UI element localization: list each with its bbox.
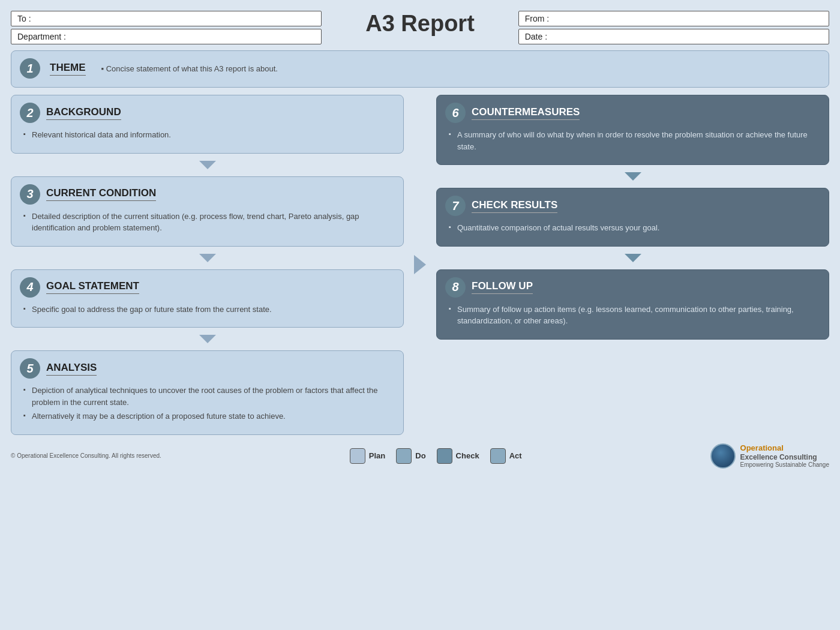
center-arrow-shape [414,255,426,274]
pdca-do: Do [396,448,425,464]
goal-statement-title: GOAL STATEMENT [46,280,139,294]
follow-up-bullets: Summary of follow up action items (e.g. … [445,304,820,327]
department-field[interactable]: Department : [11,29,322,44]
pdca-act: Act [490,448,522,464]
header: To : Department : A3 Report From : Date … [11,11,829,44]
plan-box [350,448,365,464]
countermeasures-bullet-1: A summary of who will do what by when in… [449,129,820,152]
logo-globe-icon [710,443,736,469]
goal-statement-header: 4 GOAL STATEMENT [20,277,395,298]
arrow-2 [11,253,404,263]
center-arrow [411,255,429,274]
goal-statement-section: 4 GOAL STATEMENT Specific goal to addres… [11,269,404,328]
date-label: Date : [525,32,547,41]
do-label: Do [415,451,425,460]
check-results-title: CHECK RESULTS [472,199,557,213]
current-condition-header: 3 CURRENT CONDITION [20,184,395,205]
theme-section: 1 THEME ▪ Concise statement of what this… [11,50,829,88]
date-field[interactable]: Date : [518,29,829,44]
pdca-legend: Plan Do Check Act [350,448,522,464]
analysis-bullet-2: Alternatively it may be a description of… [23,410,395,422]
analysis-header: 5 ANALYSIS [20,358,395,379]
arrow-shape-r2 [625,254,641,262]
goal-statement-bullets: Specific goal to address the gap or futu… [20,304,395,316]
arrow-r2 [436,253,829,263]
report-title: A3 Report [322,11,518,37]
background-bullet-1: Relevant historical data and information… [23,129,395,141]
current-condition-section: 3 CURRENT CONDITION Detailed description… [11,176,404,247]
analysis-bullet-1: Depiction of analytical techniques to un… [23,385,395,408]
theme-bullet-icon: ▪ [101,64,106,73]
left-column: 2 BACKGROUND Relevant historical data an… [11,95,404,435]
check-results-header: 7 CHECK RESULTS [445,196,820,216]
copyright: © Operational Excellence Consulting. All… [11,452,161,459]
analysis-title: ANALYSIS [46,362,97,376]
background-header: 2 BACKGROUND [20,103,395,123]
logo-main-text: Operational [740,443,829,454]
arrow-1 [11,160,404,170]
analysis-section: 5 ANALYSIS Depiction of analytical techn… [11,350,404,435]
plan-label: Plan [369,451,385,460]
follow-up-section: 8 FOLLOW UP Summary of follow up action … [436,269,829,340]
from-label: From : [525,14,549,23]
background-section: 2 BACKGROUND Relevant historical data an… [11,95,404,154]
check-results-bullets: Quantitative comparison of actual result… [445,222,820,234]
footer: © Operational Excellence Consulting. All… [11,443,829,469]
pdca-plan: Plan [350,448,385,464]
department-label: Department : [17,32,66,41]
check-label: Check [456,451,479,460]
arrow-shape-r1 [625,172,641,181]
theme-number: 1 [20,58,40,79]
analysis-bullets: Depiction of analytical techniques to un… [20,385,395,422]
countermeasures-section: 6 COUNTERMEASURES A summary of who will … [436,95,829,165]
right-column: 6 COUNTERMEASURES A summary of who will … [436,95,829,435]
analysis-number: 5 [20,358,40,379]
logo-text-block: Operational Excellence Consulting Empowe… [740,443,829,469]
check-results-bullet-1: Quantitative comparison of actual result… [449,222,820,234]
arrow-shape-1 [199,161,216,169]
to-label: To : [17,14,31,23]
arrow-3 [11,334,404,344]
act-box [490,448,506,464]
countermeasures-title: COUNTERMEASURES [472,106,580,120]
arrow-r1 [436,171,829,182]
do-box [396,448,412,464]
arrow-shape-2 [199,254,216,262]
check-box [437,448,452,464]
follow-up-bullet-1: Summary of follow up action items (e.g. … [449,304,820,327]
background-number: 2 [20,103,40,123]
check-results-section: 7 CHECK RESULTS Quantitative comparison … [436,188,829,247]
header-left: To : Department : [11,11,322,44]
act-label: Act [509,451,522,460]
logo-sub-text: Excellence Consulting [740,453,829,461]
current-condition-bullet-1: Detailed description of the current situ… [23,211,395,234]
theme-description: ▪ Concise statement of what this A3 repo… [101,64,278,73]
check-results-number: 7 [445,196,466,216]
current-condition-number: 3 [20,184,40,205]
follow-up-header: 8 FOLLOW UP [445,277,820,298]
background-bullets: Relevant historical data and information… [20,129,395,141]
arrow-shape-3 [199,335,216,343]
header-right: From : Date : [518,11,829,44]
current-condition-bullets: Detailed description of the current situ… [20,211,395,234]
header-center: A3 Report [322,11,518,37]
footer-logo: Operational Excellence Consulting Empowe… [710,443,829,469]
countermeasures-number: 6 [445,103,466,123]
to-field[interactable]: To : [11,11,322,26]
current-condition-title: CURRENT CONDITION [46,187,156,201]
follow-up-number: 8 [445,277,466,298]
follow-up-title: FOLLOW UP [472,280,533,294]
countermeasures-header: 6 COUNTERMEASURES [445,103,820,123]
theme-title: THEME [50,62,86,76]
from-field[interactable]: From : [518,11,829,26]
logo-tagline: Empowering Sustainable Change [740,461,829,468]
countermeasures-bullets: A summary of who will do what by when in… [445,129,820,152]
background-title: BACKGROUND [46,106,121,120]
pdca-check: Check [437,448,479,464]
goal-statement-bullet-1: Specific goal to address the gap or futu… [23,304,395,316]
main-content: 2 BACKGROUND Relevant historical data an… [11,95,829,435]
goal-statement-number: 4 [20,277,40,298]
